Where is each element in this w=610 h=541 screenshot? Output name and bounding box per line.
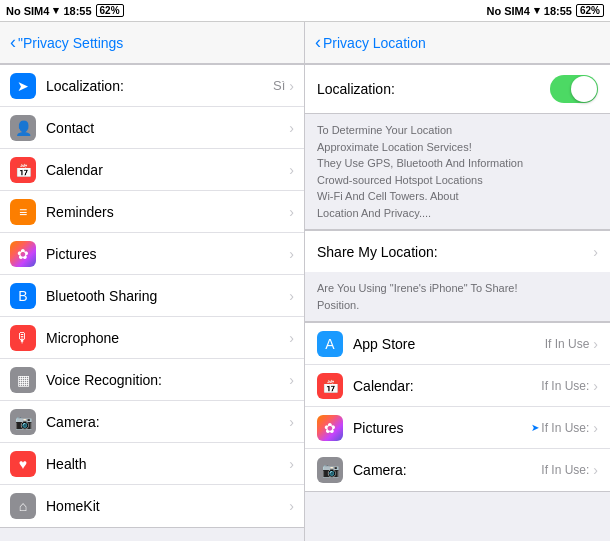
left-item-homekit[interactable]: ⌂HomeKit› bbox=[0, 485, 304, 527]
camera-r-label: Camera: bbox=[353, 462, 541, 478]
back-button-left[interactable]: ‹ "Privacy Settings bbox=[10, 32, 123, 53]
homekit-icon: ⌂ bbox=[10, 493, 36, 519]
health-icon: ♥ bbox=[10, 451, 36, 477]
calendar-r-icon: 📅 bbox=[317, 373, 343, 399]
location-desc-text: To Determine Your LocationApproximate Lo… bbox=[317, 124, 523, 219]
reminders-label: Reminders bbox=[46, 204, 285, 220]
voice-label: Voice Recognition: bbox=[46, 372, 285, 388]
microphone-chevron-icon: › bbox=[289, 330, 294, 346]
bluetooth-label: Bluetooth Sharing bbox=[46, 288, 285, 304]
microphone-label: Microphone bbox=[46, 330, 285, 346]
contact-icon: 👤 bbox=[10, 115, 36, 141]
nav-left: ‹ "Privacy Settings bbox=[0, 22, 305, 63]
localization-icon: ➤ bbox=[10, 73, 36, 99]
left-panel: ➤Localization:Sì›👤Contact›📅Calendar›≡Rem… bbox=[0, 64, 305, 541]
left-time: 18:55 bbox=[63, 5, 91, 17]
left-item-voice[interactable]: ▦Voice Recognition:› bbox=[0, 359, 304, 401]
camera-r-value: If In Use: bbox=[541, 463, 589, 477]
calendar-r-chevron-icon: › bbox=[593, 378, 598, 394]
left-list-group: ➤Localization:Sì›👤Contact›📅Calendar›≡Rem… bbox=[0, 64, 304, 528]
main-content: ➤Localization:Sì›👤Contact›📅Calendar›≡Rem… bbox=[0, 64, 610, 541]
left-wifi-icon: ▾ bbox=[53, 4, 59, 17]
status-left: No SIM4 ▾ 18:55 62% bbox=[0, 0, 305, 21]
pictures-r-location-arrow-icon: ➤ bbox=[531, 422, 539, 433]
right-item-calendar-r[interactable]: 📅Calendar:If In Use:› bbox=[305, 365, 610, 407]
left-item-reminders[interactable]: ≡Reminders› bbox=[0, 191, 304, 233]
status-bar: No SIM4 ▾ 18:55 62% No SIM4 ▾ 18:55 62% bbox=[0, 0, 610, 22]
right-item-camera-r[interactable]: 📷Camera:If In Use:› bbox=[305, 449, 610, 491]
contact-chevron-icon: › bbox=[289, 120, 294, 136]
health-label: Health bbox=[46, 456, 285, 472]
appstore-icon: A bbox=[317, 331, 343, 357]
health-chevron-icon: › bbox=[289, 456, 294, 472]
localization-label: Localization: bbox=[317, 81, 395, 97]
reminders-chevron-icon: › bbox=[289, 204, 294, 220]
bluetooth-icon: B bbox=[10, 283, 36, 309]
back-button-right[interactable]: ‹ Privacy Location bbox=[315, 32, 426, 53]
toggle-knob bbox=[571, 76, 597, 102]
camera-r-icon: 📷 bbox=[317, 457, 343, 483]
calendar-chevron-icon: › bbox=[289, 162, 294, 178]
right-battery: 62% bbox=[576, 4, 604, 17]
nav-bar: ‹ "Privacy Settings ‹ Privacy Location bbox=[0, 22, 610, 64]
left-item-bluetooth[interactable]: BBluetooth Sharing› bbox=[0, 275, 304, 317]
share-chevron-icon: › bbox=[593, 244, 598, 260]
camera-chevron-icon: › bbox=[289, 414, 294, 430]
share-location-label: Share My Location: bbox=[317, 244, 593, 260]
pictures-chevron-icon: › bbox=[289, 246, 294, 262]
right-carrier: No SIM4 bbox=[486, 5, 529, 17]
right-item-appstore[interactable]: AApp StoreIf In Use› bbox=[305, 323, 610, 365]
left-item-pictures[interactable]: ✿Pictures› bbox=[0, 233, 304, 275]
right-panel: Localization: To Determine Your Location… bbox=[305, 64, 610, 541]
camera-r-chevron-icon: › bbox=[593, 462, 598, 478]
homekit-label: HomeKit bbox=[46, 498, 285, 514]
appstore-label: App Store bbox=[353, 336, 545, 352]
share-description: Are You Using "Irene's iPhone" To Share!… bbox=[305, 272, 610, 322]
left-carrier: No SIM4 bbox=[6, 5, 49, 17]
localization-label: Localization: bbox=[46, 78, 273, 94]
camera-label: Camera: bbox=[46, 414, 285, 430]
localization-value: Sì bbox=[273, 78, 285, 93]
right-app-list: AApp StoreIf In Use›📅Calendar:If In Use:… bbox=[305, 322, 610, 492]
localization-chevron-icon: › bbox=[289, 78, 294, 94]
camera-icon: 📷 bbox=[10, 409, 36, 435]
right-item-pictures-r[interactable]: ✿Pictures➤If In Use:› bbox=[305, 407, 610, 449]
pictures-r-label: Pictures bbox=[353, 420, 531, 436]
appstore-chevron-icon: › bbox=[593, 336, 598, 352]
left-item-calendar[interactable]: 📅Calendar› bbox=[0, 149, 304, 191]
voice-chevron-icon: › bbox=[289, 372, 294, 388]
status-right: No SIM4 ▾ 18:55 62% bbox=[305, 0, 610, 21]
share-location-row[interactable]: Share My Location: › bbox=[305, 230, 610, 272]
back-label-right: Privacy Location bbox=[323, 35, 426, 51]
right-time: 18:55 bbox=[544, 5, 572, 17]
left-item-microphone[interactable]: 🎙Microphone› bbox=[0, 317, 304, 359]
pictures-r-chevron-icon: › bbox=[593, 420, 598, 436]
calendar-r-label: Calendar: bbox=[353, 378, 541, 394]
left-battery: 62% bbox=[96, 4, 124, 17]
location-description: To Determine Your LocationApproximate Lo… bbox=[305, 114, 610, 230]
calendar-icon: 📅 bbox=[10, 157, 36, 183]
homekit-chevron-icon: › bbox=[289, 498, 294, 514]
pictures-label: Pictures bbox=[46, 246, 285, 262]
right-wifi-icon: ▾ bbox=[534, 4, 540, 17]
left-item-contact[interactable]: 👤Contact› bbox=[0, 107, 304, 149]
contact-label: Contact bbox=[46, 120, 285, 136]
back-label-left: "Privacy Settings bbox=[18, 35, 123, 51]
localization-row: Localization: bbox=[305, 64, 610, 114]
nav-right: ‹ Privacy Location bbox=[305, 22, 610, 63]
appstore-value: If In Use bbox=[545, 337, 590, 351]
pictures-r-value: If In Use: bbox=[541, 421, 589, 435]
share-desc-text: Are You Using "Irene's iPhone" To Share!… bbox=[317, 282, 518, 311]
left-item-localization[interactable]: ➤Localization:Sì› bbox=[0, 65, 304, 107]
pictures-icon: ✿ bbox=[10, 241, 36, 267]
left-item-camera[interactable]: 📷Camera:› bbox=[0, 401, 304, 443]
voice-icon: ▦ bbox=[10, 367, 36, 393]
chevron-right-icon: ‹ bbox=[315, 32, 321, 53]
microphone-icon: 🎙 bbox=[10, 325, 36, 351]
left-item-health[interactable]: ♥Health› bbox=[0, 443, 304, 485]
chevron-left-icon: ‹ bbox=[10, 32, 16, 53]
calendar-r-value: If In Use: bbox=[541, 379, 589, 393]
localization-toggle[interactable] bbox=[550, 75, 598, 103]
calendar-label: Calendar bbox=[46, 162, 285, 178]
bluetooth-chevron-icon: › bbox=[289, 288, 294, 304]
